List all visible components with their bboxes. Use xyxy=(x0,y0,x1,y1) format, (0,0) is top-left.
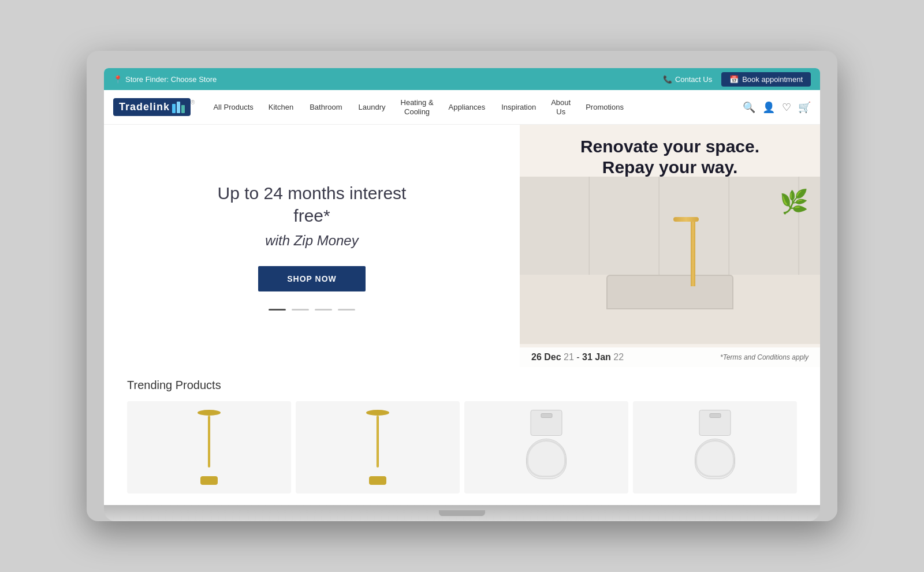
location-icon: 📍 xyxy=(113,75,122,84)
shop-now-button[interactable]: SHOP NOW xyxy=(258,266,366,291)
trending-title: Trending Products xyxy=(127,379,797,392)
logo-text: Tradelink xyxy=(119,101,170,113)
nav-items: All Products Kitchen Bathroom Laundry He… xyxy=(206,90,743,125)
cart-icon[interactable]: 🛒 xyxy=(798,101,811,114)
hero-left: Up to 24 months interest free* with Zip … xyxy=(104,125,520,367)
shower-pipe-2 xyxy=(377,416,379,468)
laptop-frame: 📍 Store Finder: Choose Store 📞 Contact U… xyxy=(87,51,837,521)
sidebar-item-laundry[interactable]: Laundry xyxy=(351,90,394,125)
hero-main-text: Up to 24 months interest free* xyxy=(214,182,410,227)
hero-bottom-bar: 26 Dec 21 - 31 Jan 22 *Terms and Conditi… xyxy=(520,347,820,367)
book-icon: 📅 xyxy=(729,75,739,84)
toilet-flush-button-2 xyxy=(709,413,721,418)
hero-headline-text: Renovate your space. Repay your way. xyxy=(520,136,820,178)
laptop-base xyxy=(104,505,820,521)
store-finder[interactable]: 📍 Store Finder: Choose Store xyxy=(113,75,217,84)
hero-sub-text: with Zip Money xyxy=(214,233,410,249)
sidebar-item-appliances[interactable]: Appliances xyxy=(441,90,494,125)
product-card-3[interactable] xyxy=(464,401,628,494)
shower-head-2 xyxy=(366,410,389,416)
product-card-4[interactable] xyxy=(633,401,797,494)
sidebar-item-about[interactable]: About Us xyxy=(544,90,578,125)
shower-base-1 xyxy=(200,476,218,485)
sink-basin xyxy=(606,275,733,309)
faucet xyxy=(691,217,695,286)
phone-icon: 📞 xyxy=(663,75,672,84)
sidebar-item-all-products[interactable]: All Products xyxy=(206,90,260,125)
shower-head-1 xyxy=(198,410,221,416)
logo-registered: ® xyxy=(191,99,195,106)
logo-bar-2 xyxy=(177,102,180,113)
sidebar-item-inspiration[interactable]: Inspiration xyxy=(493,90,544,125)
wishlist-icon[interactable]: ♡ xyxy=(782,101,791,114)
shower-pipe-1 xyxy=(208,416,210,468)
hero-right-inner: Renovate your space. Repay your way. 🌿 xyxy=(520,125,820,367)
laptop-screen: 📍 Store Finder: Choose Store 📞 Contact U… xyxy=(104,68,820,505)
hero-headline: Renovate your space. Repay your way. xyxy=(520,136,820,178)
book-appointment-button[interactable]: 📅 Book appointment xyxy=(721,72,811,87)
shower-base-2 xyxy=(369,476,386,485)
toilet-flush-button-1 xyxy=(541,413,552,418)
shower-visual-2 xyxy=(360,410,395,485)
top-bar: 📍 Store Finder: Choose Store 📞 Contact U… xyxy=(104,68,820,90)
product-card-1[interactable] xyxy=(127,401,291,494)
top-bar-right: 📞 Contact Us 📅 Book appointment xyxy=(663,72,811,87)
toilet-visual-2 xyxy=(692,410,738,485)
toilet-tank-2 xyxy=(699,410,731,436)
contact-us-link[interactable]: 📞 Contact Us xyxy=(663,75,712,84)
sidebar-item-promotions[interactable]: Promotions xyxy=(578,90,632,125)
bathroom-visual: 🌿 xyxy=(520,177,820,344)
logo-bars xyxy=(172,102,185,113)
logo-bar-3 xyxy=(181,105,185,113)
sidebar-item-bathroom[interactable]: Bathroom xyxy=(301,90,350,125)
hero-image-area: 🌿 xyxy=(520,177,820,344)
logo-bar-1 xyxy=(172,104,176,113)
dot-4[interactable] xyxy=(338,309,355,311)
hero-dots xyxy=(214,309,410,311)
dot-1[interactable] xyxy=(269,309,286,311)
logo-box: Tradelink xyxy=(113,98,191,116)
toilet-tank-1 xyxy=(531,410,562,436)
trending-section: Trending Products xyxy=(104,367,820,505)
dot-2[interactable] xyxy=(292,309,309,311)
toilet-visual-1 xyxy=(523,410,569,485)
terms-text: *Terms and Conditions apply xyxy=(720,353,808,361)
account-icon[interactable]: 👤 xyxy=(762,101,775,114)
wall-tile xyxy=(520,177,820,275)
product-card-2[interactable] xyxy=(296,401,460,494)
toilet-seat-1 xyxy=(527,440,566,477)
shower-visual-1 xyxy=(192,410,226,485)
plant-decoration: 🌿 xyxy=(780,188,808,215)
main-nav: Tradelink ® All Products Kitchen xyxy=(104,90,820,125)
sidebar-item-heating-cooling[interactable]: Heating & Cooling xyxy=(394,90,441,125)
sidebar-item-kitchen[interactable]: Kitchen xyxy=(260,90,301,125)
promotion-date: 26 Dec 21 - 31 Jan 22 xyxy=(531,352,624,362)
toilet-seat-2 xyxy=(695,440,735,477)
hero-area: Up to 24 months interest free* with Zip … xyxy=(104,125,820,367)
laptop-notch xyxy=(439,510,485,516)
hero-left-content: Up to 24 months interest free* with Zip … xyxy=(214,182,410,311)
dot-3[interactable] xyxy=(315,309,332,311)
hero-right: Renovate your space. Repay your way. 🌿 xyxy=(520,125,820,367)
search-icon[interactable]: 🔍 xyxy=(743,101,755,114)
logo-area[interactable]: Tradelink ® xyxy=(113,98,195,116)
nav-icons: 🔍 👤 ♡ 🛒 xyxy=(743,101,811,114)
products-grid xyxy=(127,401,797,494)
